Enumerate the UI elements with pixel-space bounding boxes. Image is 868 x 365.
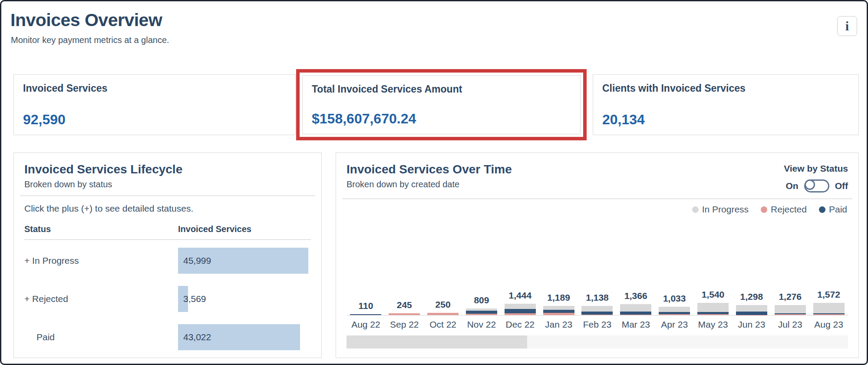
bar-value-label: 1,298 [740,292,763,302]
bar-segment-in-progress[interactable] [659,307,690,312]
bar-segment-rejected[interactable] [813,314,845,315]
status-value: 45,999 [183,256,211,266]
bar-segment-in-progress[interactable] [697,303,729,312]
bar-segment-in-progress[interactable] [505,304,536,309]
over-time-panel: Invoiced Services Over Time Broken down … [336,153,859,358]
kpi-card-clients: Clients with Invoiced Services 20,134 [593,74,859,135]
divider [20,196,315,196]
status-label[interactable]: Paid [24,332,178,342]
month-label: Jun 23 [732,319,771,330]
bar-segment-paid[interactable] [543,310,574,313]
bar-segment-in-progress[interactable] [620,304,651,311]
legend-item-paid: Paid [819,204,847,215]
info-button[interactable]: i [837,16,857,36]
bar-value-label: 1,033 [663,293,686,304]
bar-segment-rejected[interactable] [505,313,536,315]
bar-value-label: 1,189 [547,292,570,303]
bar-stack[interactable] [659,307,690,315]
legend-dot-icon [819,206,825,213]
bar-segment-paid[interactable] [350,314,381,315]
legend-dot-icon [692,206,699,213]
view-by-status-toggle[interactable] [804,179,829,192]
chart-column: 1,276 [771,292,809,315]
bar-segment-rejected[interactable] [543,313,574,315]
status-value: 3,569 [183,294,206,304]
status-label[interactable]: + In Progress [24,256,178,266]
legend-label: Paid [829,204,847,215]
bar-stack[interactable] [350,314,381,315]
bar-stack[interactable] [389,313,420,315]
kpi-label: Clients with Invoiced Services [602,83,849,94]
over-time-chart: 1102452508091,4441,1891,1381,3661,0331,5… [347,216,848,315]
bar-segment-in-progress[interactable] [813,303,845,314]
bar-value-label: 1,572 [817,289,840,300]
lifecycle-panel: Invoiced Services Lifecycle Broken down … [13,153,322,358]
bar-segment-rejected[interactable] [620,315,651,315]
bar-segment-paid[interactable] [581,312,613,315]
bar-segment-rejected[interactable] [659,314,690,315]
status-label[interactable]: + Rejected [24,294,178,304]
bar-segment-paid[interactable] [736,312,767,315]
bar-stack[interactable] [775,305,806,315]
month-label: Oct 22 [424,319,462,330]
bar-stack[interactable] [813,303,845,315]
bar-stack[interactable] [543,306,574,315]
bar-stack[interactable] [581,306,613,315]
bar-value-label: 809 [474,295,489,305]
legend-dot-icon [761,206,767,213]
month-label: Jan 23 [539,319,578,330]
bar-segment-in-progress[interactable] [775,305,806,313]
bar-segment-in-progress[interactable] [543,306,574,310]
bar-stack[interactable] [697,303,729,315]
bar-segment-paid[interactable] [620,312,651,315]
lifecycle-row: + In Progress45,999 [24,242,311,280]
status-bar-cell: 43,022 [178,324,311,350]
bar-segment-rejected[interactable] [427,313,459,315]
chart-column: 1,189 [539,292,578,315]
lifecycle-rows: + In Progress45,999+ Rejected3,569Paid43… [24,242,311,356]
lifecycle-table-header: Status Invoiced Services [24,224,311,240]
over-time-month-axis: Aug 22Sep 22Oct 22Nov 22Dec 22Jan 23Feb … [347,319,848,330]
bar-stack[interactable] [736,305,767,315]
bar-value-label: 250 [436,299,451,310]
page-title: Invoices Overview [10,10,162,30]
scrollbar-thumb[interactable] [347,335,527,348]
bar-value-label: 1,138 [586,292,609,303]
bar-stack[interactable] [466,309,497,315]
divider [342,199,852,199]
chart-legend: In ProgressRejectedPaid [347,204,847,215]
bar-segment-rejected[interactable] [697,314,729,315]
bar-segment-rejected[interactable] [775,314,806,315]
bar-segment-paid[interactable] [505,309,536,313]
kpi-label: Total Invoiced Services Amount [312,83,571,95]
bar-stack[interactable] [505,304,536,315]
toggle-on-label: On [786,181,799,191]
lifecycle-hint: Click the plus (+) to see detailed statu… [24,203,311,214]
lifecycle-title: Invoiced Services Lifecycle [24,163,311,176]
lifecycle-row: Paid43,022 [24,318,311,356]
month-label: Mar 23 [617,319,655,330]
bar-segment-paid[interactable] [466,311,497,314]
chart-column: 250 [424,299,462,315]
bar-stack[interactable] [427,313,459,315]
bar-stack[interactable] [620,304,651,315]
chart-column: 1,138 [578,292,617,315]
status-value: 43,022 [183,332,211,342]
chart-column: 245 [385,300,424,315]
bar-segment-in-progress[interactable] [736,305,767,312]
kpi-highlight-frame: Total Invoiced Services Amount $158,607,… [296,69,587,140]
bar-segment-rejected[interactable] [581,315,613,315]
bar-value-label: 1,444 [509,290,532,301]
legend-label: Rejected [771,204,807,215]
bar-segment-rejected[interactable] [389,313,420,315]
chart-column: 1,572 [809,289,848,315]
bar-segment-rejected[interactable] [466,314,497,315]
kpi-value: 92,590 [23,112,286,128]
info-icon: i [845,19,849,33]
month-label: Feb 23 [578,319,617,330]
bar-segment-in-progress[interactable] [581,306,613,312]
chart-scrollbar[interactable] [347,335,848,348]
month-label: Apr 23 [655,319,694,330]
kpi-value: $158,607,670.24 [312,111,571,127]
month-label: Aug 23 [809,319,848,330]
